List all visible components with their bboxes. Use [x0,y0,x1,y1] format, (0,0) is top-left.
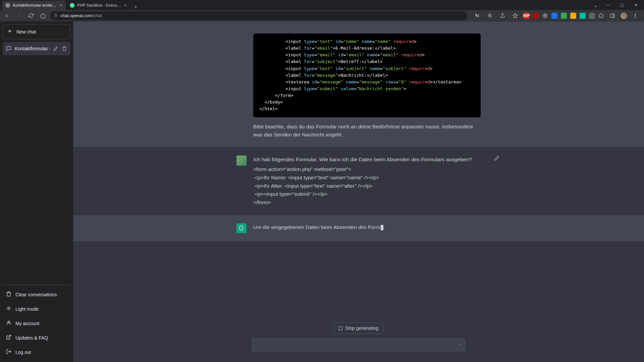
svg-point-5 [635,15,636,16]
assistant-message: <input type="text" id="name" name="name"… [73,21,644,147]
tab-title: PHP Sandbox - Execute PHP cod [77,3,121,8]
browser-tab[interactable]: PHP Sandbox - Execute PHP cod × [66,1,130,10]
back-button[interactable] [2,11,11,20]
menu-label: Log out [15,350,31,355]
logout-icon [6,349,11,355]
assistant-message-streaming: Um die eingegebenen Daten beim Absenden … [73,215,644,242]
extension-icon[interactable] [570,13,576,19]
input-area: Stop generating ··· [73,316,644,362]
trash-icon[interactable] [62,46,67,51]
browser-tab-active[interactable]: Kontaktformular erstellen. × [2,1,66,10]
bookmark-star-icon[interactable] [511,11,520,20]
menu-label: Clear conversations [15,292,57,297]
new-chat-label: New chat [16,29,36,35]
user-code-text: <form action="action.php" method="post">… [253,165,481,207]
history-item[interactable]: Kontaktformular erstell [3,42,70,55]
menu-label: My account [15,321,40,326]
clear-conversations-button[interactable]: Clear conversations [3,287,70,302]
plus-icon [7,28,12,35]
side-panel-icon[interactable] [608,11,617,20]
url-text: chat.openai.com/chat [60,13,102,18]
history-item-label: Kontaktformular erstell [15,46,50,51]
extensions-menu-icon[interactable] [598,13,604,19]
home-button[interactable] [38,11,48,20]
close-icon[interactable]: × [124,3,127,8]
share-icon[interactable] [498,11,507,20]
maximize-button[interactable]: ▢ [615,0,629,10]
kebab-menu-icon[interactable] [631,11,640,20]
svg-point-8 [8,321,9,323]
tab-title: Kontaktformular erstellen. [13,3,57,8]
svg-point-4 [635,14,636,14]
extension-icon[interactable] [561,13,567,19]
code-block[interactable]: <input type="text" id="name" name="name"… [253,34,481,117]
user-avatar-icon [236,156,247,166]
extension-icon[interactable] [580,13,586,19]
new-chat-button[interactable]: New chat [3,24,70,39]
assistant-avatar-icon [236,223,247,233]
main-content: <input type="text" id="name" name="name"… [73,21,644,362]
extension-icon[interactable] [589,13,595,19]
extension-globe-icon[interactable] [542,13,548,19]
light-mode-button[interactable]: Light mode [3,302,70,316]
trash-icon [6,291,11,298]
typing-cursor-icon [381,225,383,230]
user-message: Ich hab folgendes Formular. Wie kann ich… [73,147,644,215]
extension-icon[interactable] [551,13,557,19]
reload-button[interactable] [26,11,36,20]
lock-icon [54,13,58,18]
assistant-streaming-text: Um die eingegebenen Daten beim Absenden … [253,224,380,230]
new-tab-button[interactable]: + [131,4,141,10]
svg-rect-3 [610,14,614,17]
extension-abp-icon[interactable]: ABP [523,13,529,19]
edit-message-button[interactable] [494,156,499,162]
sun-icon [6,306,11,312]
my-account-button[interactable]: My account [3,316,70,330]
user-icon [6,320,11,326]
browser-toolbar: chat.openai.com/chat ABP [0,10,644,21]
stop-label: Stop generating [345,325,378,331]
minimize-button[interactable]: — [601,0,614,10]
chat-icon [6,46,11,51]
browser-tabs: Kontaktformular erstellen. × PHP Sandbox… [0,0,141,10]
sidebar: New chat Kontaktformular erstell Clear c… [0,21,73,362]
logout-button[interactable]: Log out [3,345,70,359]
close-window-button[interactable]: ✕ [629,0,643,10]
prompt-input-box[interactable]: ··· [251,338,466,352]
menu-label: Light mode [15,306,39,312]
svg-point-6 [635,17,636,17]
svg-point-7 [8,307,9,309]
menu-label: Updates & FAQ [15,335,48,341]
forward-button[interactable] [14,11,23,20]
window-controls: — ▢ ✕ [601,0,644,10]
tab-overflow-icon[interactable]: ⌄ [590,2,601,8]
sidebar-bottom-menu: Clear conversations Light mode My accoun… [3,285,70,359]
send-icon[interactable]: ··· [459,342,461,348]
stop-icon [339,326,342,330]
favicon-icon [70,3,74,8]
zoom-icon[interactable] [485,11,494,20]
extensions-row: ABP [470,11,642,20]
chat-history: Kontaktformular erstell [3,42,70,285]
stop-generating-button[interactable]: Stop generating [334,322,383,334]
prompt-input[interactable] [256,342,459,348]
user-question-text: Ich hab folgendes Formular. Wie kann ich… [253,156,481,164]
address-bar[interactable]: chat.openai.com/chat [50,11,468,20]
favicon-icon [5,3,10,8]
edit-icon[interactable] [53,46,58,51]
assistant-paragraph: Bitte beachte, dass du das Formular noch… [253,123,481,139]
external-link-icon [6,335,11,341]
window-titlebar: Kontaktformular erstellen. × PHP Sandbox… [0,0,644,10]
profile-avatar-icon[interactable] [621,12,627,19]
updates-faq-button[interactable]: Updates & FAQ [3,330,70,345]
translate-icon[interactable] [472,11,482,20]
close-icon[interactable]: × [60,3,62,8]
extension-icon[interactable] [533,13,539,19]
svg-rect-0 [55,15,57,17]
